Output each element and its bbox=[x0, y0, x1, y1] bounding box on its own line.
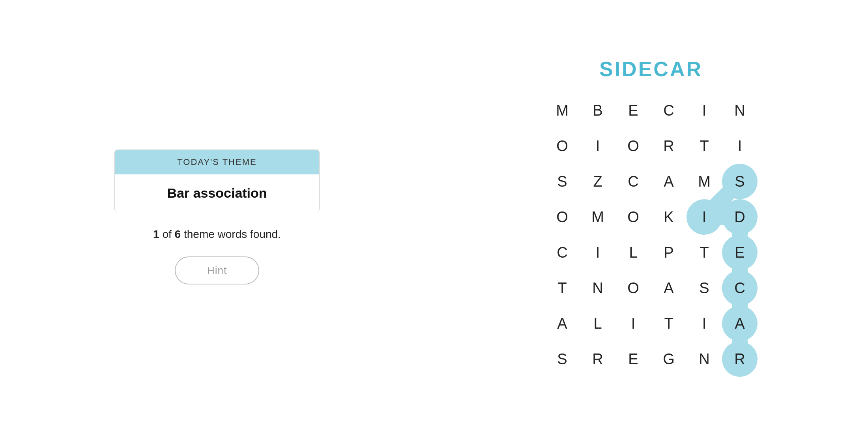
grid-cell[interactable]: C bbox=[615, 164, 651, 199]
found-count: 1 bbox=[153, 228, 159, 240]
grid-cell[interactable]: S bbox=[544, 164, 580, 199]
grid-cell[interactable]: M bbox=[544, 93, 580, 128]
grid-cell[interactable]: A bbox=[544, 306, 580, 341]
grid-cell[interactable]: I bbox=[687, 306, 722, 341]
left-panel: TODAY'S THEME Bar association 1 of 6 the… bbox=[0, 0, 434, 434]
grid-cell[interactable]: O bbox=[544, 199, 580, 235]
grid-cell[interactable]: I bbox=[615, 306, 651, 341]
grid-cell[interactable]: E bbox=[615, 341, 651, 377]
grid-cell[interactable]: A bbox=[651, 164, 687, 199]
grid-cell[interactable]: O bbox=[615, 199, 651, 235]
grid-cell[interactable]: I bbox=[580, 128, 615, 164]
page-wrapper: TODAY'S THEME Bar association 1 of 6 the… bbox=[0, 0, 868, 434]
grid-container: MBECINOIORTISZCAMSOMOKIDCILPTETNOASCALIT… bbox=[544, 93, 758, 377]
grid-cell[interactable]: R bbox=[580, 341, 615, 377]
grid-cell[interactable]: I bbox=[687, 199, 722, 235]
theme-header: TODAY'S THEME bbox=[115, 150, 319, 174]
grid-cell[interactable]: T bbox=[651, 306, 687, 341]
grid-cell[interactable]: S bbox=[687, 270, 722, 306]
grid-cell[interactable]: P bbox=[651, 235, 687, 270]
grid-cell[interactable]: C bbox=[544, 235, 580, 270]
progress-text: 1 of 6 theme words found. bbox=[153, 228, 281, 241]
theme-body: Bar association bbox=[115, 174, 319, 212]
grid-cell[interactable]: A bbox=[722, 306, 758, 341]
grid-cell[interactable]: E bbox=[615, 93, 651, 128]
grid-cell[interactable]: T bbox=[687, 235, 722, 270]
grid-cell[interactable]: T bbox=[544, 270, 580, 306]
hint-button[interactable]: Hint bbox=[175, 256, 259, 284]
grid-cell[interactable]: E bbox=[722, 235, 758, 270]
right-panel: SIDECAR MBECINOIORTISZCAMSOMOKIDCILPTETN… bbox=[434, 0, 868, 434]
grid-cell[interactable]: N bbox=[580, 270, 615, 306]
grid-cell[interactable]: R bbox=[651, 128, 687, 164]
game-title: SIDECAR bbox=[599, 57, 703, 81]
grid-cell[interactable]: O bbox=[615, 270, 651, 306]
grid-cell[interactable]: I bbox=[722, 128, 758, 164]
grid-cell[interactable]: C bbox=[651, 93, 687, 128]
grid-cell[interactable]: S bbox=[722, 164, 758, 199]
total-count: 6 bbox=[175, 228, 181, 240]
grid-cell[interactable]: Z bbox=[580, 164, 615, 199]
grid-cell[interactable]: C bbox=[722, 270, 758, 306]
grid-cell[interactable]: T bbox=[687, 128, 722, 164]
grid-cell[interactable]: K bbox=[651, 199, 687, 235]
grid-cell[interactable]: L bbox=[615, 235, 651, 270]
grid-cell[interactable]: G bbox=[651, 341, 687, 377]
letter-grid[interactable]: MBECINOIORTISZCAMSOMOKIDCILPTETNOASCALIT… bbox=[544, 93, 758, 377]
progress-of: of bbox=[162, 228, 174, 240]
progress-suffix: theme words found. bbox=[184, 228, 281, 240]
grid-cell[interactable]: I bbox=[687, 93, 722, 128]
grid-cell[interactable]: O bbox=[544, 128, 580, 164]
grid-cell[interactable]: M bbox=[687, 164, 722, 199]
grid-cell[interactable]: D bbox=[722, 199, 758, 235]
grid-cell[interactable]: O bbox=[615, 128, 651, 164]
grid-cell[interactable]: A bbox=[651, 270, 687, 306]
theme-card: TODAY'S THEME Bar association bbox=[114, 150, 320, 212]
grid-cell[interactable]: I bbox=[580, 235, 615, 270]
grid-cell[interactable]: B bbox=[580, 93, 615, 128]
grid-cell[interactable]: N bbox=[687, 341, 722, 377]
grid-cell[interactable]: L bbox=[580, 306, 615, 341]
grid-cell[interactable]: R bbox=[722, 341, 758, 377]
grid-cell[interactable]: S bbox=[544, 341, 580, 377]
grid-cell[interactable]: M bbox=[580, 199, 615, 235]
grid-cell[interactable]: N bbox=[722, 93, 758, 128]
